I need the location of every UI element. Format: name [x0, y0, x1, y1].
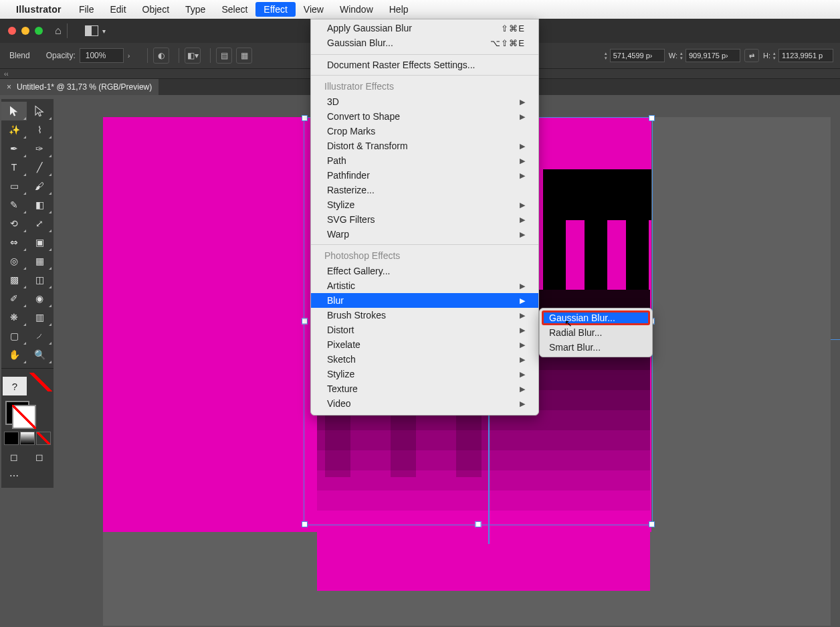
h-input[interactable]	[778, 49, 833, 62]
stepper-icon[interactable]: ▴▾	[773, 51, 776, 60]
color-mode-icon[interactable]	[4, 432, 19, 445]
stroke-swatch[interactable]	[12, 405, 36, 429]
gradient-tool[interactable]: ◫	[27, 270, 52, 289]
toggle-fill-stroke-icon[interactable]	[28, 373, 54, 391]
menu-type[interactable]: Type	[177, 2, 213, 17]
column-graph-tool[interactable]: ▥	[27, 308, 52, 327]
document-tab[interactable]: × Untitled-1* @ 31,73 % (RGB/Preview)	[0, 79, 159, 95]
resize-handle[interactable]	[476, 521, 482, 527]
edit-toolbar-button[interactable]: ?	[3, 377, 27, 395]
fill-stroke-swatch[interactable]	[4, 401, 36, 429]
shaper-tool[interactable]: ✎	[1, 195, 27, 214]
resize-handle[interactable]	[302, 521, 308, 527]
submenu-item-gaussian-blur[interactable]: Gaussian Blur...	[542, 311, 649, 325]
perspective-grid-tool[interactable]: ▦	[27, 252, 52, 270]
menu-effect[interactable]: Effect	[255, 2, 296, 17]
drawing-mode-behind-icon[interactable]: ◻	[27, 448, 52, 466]
menu-item[interactable]: Video▶	[311, 396, 538, 411]
hand-tool[interactable]: ✋	[1, 345, 27, 364]
opacity-control[interactable]: Opacity: 100% ›	[46, 48, 130, 63]
app-menu[interactable]: Illustrator	[16, 4, 62, 15]
menu-item-apply-last[interactable]: Apply Gaussian Blur ⇧⌘E	[311, 21, 538, 35]
home-icon[interactable]: ⌂	[55, 25, 62, 37]
lasso-tool[interactable]: ⌇	[27, 120, 52, 139]
menu-edit[interactable]: Edit	[102, 2, 134, 17]
opacity-value[interactable]: 100%	[80, 48, 124, 63]
menu-item[interactable]: Path▶	[311, 153, 538, 168]
zoom-tool[interactable]: 🔍	[27, 345, 52, 364]
menu-item-last-effect[interactable]: Gaussian Blur... ⌥⇧⌘E	[311, 35, 538, 50]
menu-object[interactable]: Object	[134, 2, 177, 17]
slice-tool[interactable]: ⟋	[27, 327, 52, 345]
mesh-tool[interactable]: ▩	[1, 270, 27, 289]
rectangle-tool[interactable]: ▭	[1, 177, 27, 195]
menu-window[interactable]: Window	[332, 2, 381, 17]
align-left-icon[interactable]: ▤	[216, 48, 232, 64]
free-transform-tool[interactable]: ▣	[27, 233, 52, 252]
menu-item[interactable]: Effect Gallery...	[311, 264, 538, 278]
resize-handle[interactable]	[302, 115, 308, 121]
menu-item[interactable]: Sketch▶	[311, 352, 538, 367]
submenu-item-radial-blur[interactable]: Radial Blur...	[540, 325, 652, 340]
symbol-sprayer-tool[interactable]: ❋	[1, 308, 27, 327]
menu-item[interactable]: Distort & Transform▶	[311, 139, 538, 153]
magic-wand-tool[interactable]: ✨	[1, 120, 27, 139]
menu-item[interactable]: Artistic▶	[311, 278, 538, 293]
zoom-window-icon[interactable]	[35, 27, 43, 35]
menu-item[interactable]: Warp▶	[311, 227, 538, 242]
close-tab-icon[interactable]: ×	[7, 82, 11, 92]
menu-item[interactable]: Stylize▶	[311, 367, 538, 381]
chevron-right-icon[interactable]: ›	[128, 52, 130, 60]
menu-select[interactable]: Select	[213, 2, 255, 17]
menu-view[interactable]: View	[296, 2, 332, 17]
blend-tool[interactable]: ◉	[27, 289, 52, 308]
arrange-documents-button[interactable]: ▾	[85, 25, 106, 36]
menu-item[interactable]: Convert to Shape▶	[311, 109, 538, 124]
menu-item[interactable]: Distort▶	[311, 323, 538, 337]
width-tool[interactable]: ⇔	[1, 233, 27, 252]
menu-item[interactable]: Texture▶	[311, 381, 538, 396]
menu-item[interactable]: Rasterize...	[311, 183, 538, 197]
menu-item-raster-settings[interactable]: Document Raster Effects Settings...	[311, 58, 538, 72]
eraser-tool[interactable]: ◧	[27, 195, 52, 214]
menu-item[interactable]: Stylize▶	[311, 197, 538, 212]
menu-item[interactable]: Brush Strokes▶	[311, 308, 538, 323]
stepper-icon[interactable]: ▴▾	[605, 51, 607, 60]
menu-item[interactable]: Crop Marks	[311, 124, 538, 139]
x-input[interactable]	[610, 49, 665, 62]
line-segment-tool[interactable]: ╱	[27, 158, 52, 177]
minimize-window-icon[interactable]	[21, 27, 29, 35]
type-tool[interactable]: T	[1, 158, 27, 177]
menu-help[interactable]: Help	[381, 2, 417, 17]
resize-handle[interactable]	[649, 115, 655, 121]
transform-panel-icon[interactable]: ◧▾	[185, 48, 201, 64]
stepper-icon[interactable]: ▴▾	[680, 51, 683, 60]
recolor-artwork-icon[interactable]: ◐	[153, 48, 169, 64]
gradient-mode-icon[interactable]	[20, 432, 35, 445]
pen-tool[interactable]: ✒	[1, 139, 27, 158]
drawing-mode-normal-icon[interactable]: ◻	[1, 448, 27, 466]
paintbrush-tool[interactable]: 🖌	[27, 177, 52, 195]
menu-item[interactable]: SVG Filters▶	[311, 212, 538, 227]
menu-item[interactable]: Pixelate▶	[311, 337, 538, 352]
selection-tool[interactable]	[1, 102, 27, 120]
submenu-item-smart-blur[interactable]: Smart Blur...	[540, 340, 652, 355]
menu-item[interactable]: Blur▶	[311, 293, 538, 308]
align-center-icon[interactable]: ▦	[236, 48, 252, 64]
none-mode-icon[interactable]	[36, 432, 51, 445]
eyedropper-tool[interactable]: ✐	[1, 289, 27, 308]
curvature-tool[interactable]: ✑	[27, 139, 52, 158]
menu-item[interactable]: Pathfinder▶	[311, 168, 538, 183]
resize-handle[interactable]	[649, 521, 655, 527]
direct-selection-tool[interactable]	[27, 102, 52, 120]
menu-item[interactable]: 3D▶	[311, 94, 538, 109]
close-window-icon[interactable]	[8, 27, 16, 35]
shape-builder-tool[interactable]: ◎	[1, 252, 27, 270]
rotate-tool[interactable]: ⟲	[1, 214, 27, 233]
menu-file[interactable]: File	[71, 2, 102, 17]
w-input[interactable]	[686, 49, 740, 62]
artboard-tool[interactable]: ▢	[1, 327, 27, 345]
scale-tool[interactable]: ⤢	[27, 214, 52, 233]
link-dimensions-icon[interactable]: ⇄	[744, 49, 759, 62]
screen-mode-icon[interactable]: ⋯	[1, 466, 27, 485]
